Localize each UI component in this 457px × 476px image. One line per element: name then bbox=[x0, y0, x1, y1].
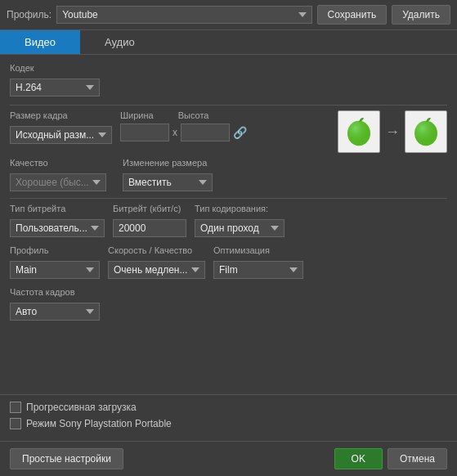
wh-labels: Ширина Высота bbox=[120, 110, 247, 120]
svg-point-1 bbox=[347, 121, 370, 146]
codec-label: Кодек bbox=[10, 63, 447, 73]
profile-group: Профиль Main bbox=[10, 245, 100, 279]
tabs-bar: Видео Аудио bbox=[0, 30, 457, 55]
wh-inputs: x 🔗 bbox=[120, 123, 247, 141]
header-bar: Профиль: Youtube Сохранить Удалить bbox=[0, 0, 457, 30]
profile-section-label: Профиль bbox=[10, 245, 100, 255]
bitrate-group: Битрейт (кбит/с) bbox=[113, 204, 186, 237]
profile-speed-row: Профиль Main Скорость / Качество Очень м… bbox=[10, 245, 447, 279]
progressive-checkbox[interactable] bbox=[10, 402, 21, 413]
simple-settings-button[interactable]: Простые настройки bbox=[10, 448, 123, 469]
quality-label: Качество bbox=[10, 158, 106, 168]
resize-group: Изменение размера Вместить bbox=[123, 158, 213, 191]
tab-video[interactable]: Видео bbox=[0, 30, 80, 54]
link-icon[interactable]: 🔗 bbox=[233, 126, 247, 139]
resize-select[interactable]: Вместить bbox=[123, 173, 213, 191]
codec-select[interactable]: H.264 bbox=[10, 79, 100, 97]
bottom-section: Прогрессивная загрузка Режим Sony Playst… bbox=[0, 394, 457, 441]
speed-quality-select[interactable]: Очень медлен... bbox=[108, 261, 205, 279]
fps-group: Частота кадров Авто bbox=[10, 287, 447, 321]
sony-row: Режим Sony Playstation Portable bbox=[10, 418, 447, 429]
profile-dropdown[interactable]: Youtube bbox=[56, 6, 311, 24]
ok-button[interactable]: OK bbox=[334, 448, 383, 469]
profile-select[interactable]: Main bbox=[10, 261, 100, 279]
encoding-type-select[interactable]: Один проход bbox=[195, 219, 285, 237]
divider-1 bbox=[10, 105, 447, 106]
optimization-group: Оптимизация Film bbox=[213, 245, 303, 279]
optimization-select[interactable]: Film bbox=[213, 261, 303, 279]
resize-label: Изменение размера bbox=[123, 158, 213, 168]
tab-audio[interactable]: Аудио bbox=[80, 30, 159, 54]
sony-label: Режим Sony Playstation Portable bbox=[26, 418, 172, 429]
apple-after bbox=[405, 110, 447, 153]
codec-group: Кодек H.264 bbox=[10, 63, 447, 97]
x-separator: x bbox=[172, 127, 177, 138]
bitrate-type-label: Тип битрейта bbox=[10, 204, 105, 213]
frame-size-group: Размер кадра Исходный разм... bbox=[10, 110, 112, 144]
width-height-group: Ширина Высота x 🔗 bbox=[120, 110, 247, 141]
sony-checkbox[interactable] bbox=[10, 418, 21, 429]
apple-preview: → bbox=[338, 110, 447, 153]
bitrate-row: Тип битрейта Пользователь... Битрейт (кб… bbox=[10, 204, 447, 237]
save-button[interactable]: Сохранить bbox=[317, 5, 388, 25]
width-input[interactable] bbox=[120, 123, 169, 141]
fps-select[interactable]: Авто bbox=[10, 303, 100, 321]
cancel-button[interactable]: Отмена bbox=[388, 448, 447, 469]
quality-select[interactable]: Хорошее (быс... bbox=[10, 173, 106, 191]
height-input[interactable] bbox=[181, 123, 230, 141]
apple-before bbox=[338, 110, 380, 153]
profile-label: Профиль: bbox=[7, 9, 52, 20]
frame-size-select[interactable]: Исходный разм... bbox=[10, 126, 112, 144]
speed-quality-group: Скорость / Качество Очень медлен... bbox=[108, 245, 205, 279]
speed-quality-label: Скорость / Качество bbox=[108, 245, 205, 255]
quality-group: Качество Хорошее (быс... bbox=[10, 158, 106, 191]
optimization-label: Оптимизация bbox=[213, 245, 303, 255]
height-label: Высота bbox=[178, 110, 209, 120]
divider-2 bbox=[10, 198, 447, 199]
bitrate-type-group: Тип битрейта Пользователь... bbox=[10, 204, 105, 237]
bitrate-label: Битрейт (кбит/с) bbox=[113, 204, 186, 213]
progressive-row: Прогрессивная загрузка bbox=[10, 402, 447, 413]
encoding-type-group: Тип кодирования: Один проход bbox=[195, 204, 285, 237]
svg-point-3 bbox=[414, 121, 437, 146]
footer-bar: Простые настройки OK Отмена bbox=[0, 441, 457, 476]
encoding-type-label: Тип кодирования: bbox=[195, 204, 285, 213]
arrow-icon: → bbox=[385, 123, 400, 141]
progressive-label: Прогрессивная загрузка bbox=[26, 402, 137, 413]
main-container: Профиль: Youtube Сохранить Удалить Видео… bbox=[0, 0, 457, 476]
frame-size-row: Размер кадра Исходный разм... Ширина Выс… bbox=[10, 110, 447, 153]
content-area: Кодек H.264 Размер кадра Исходный разм..… bbox=[0, 55, 457, 394]
resize-quality-row: Качество Хорошее (быс... Изменение разме… bbox=[10, 158, 447, 191]
bitrate-type-select[interactable]: Пользователь... bbox=[10, 219, 105, 237]
frame-size-label: Размер кадра bbox=[10, 110, 112, 120]
delete-button[interactable]: Удалить bbox=[392, 5, 450, 25]
bitrate-input[interactable] bbox=[113, 219, 186, 237]
fps-label: Частота кадров bbox=[10, 287, 447, 297]
width-label: Ширина bbox=[120, 110, 154, 120]
